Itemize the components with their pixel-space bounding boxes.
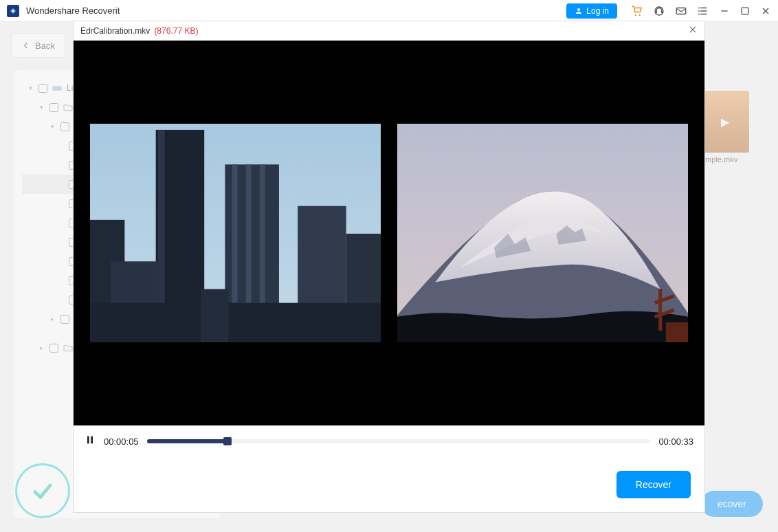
svg-rect-28	[91, 436, 93, 444]
svg-rect-5	[661, 11, 663, 13]
minimize-icon[interactable]	[719, 5, 730, 16]
menu-list-icon[interactable]	[697, 5, 709, 17]
video-frame-left	[90, 124, 381, 342]
support-icon[interactable]	[653, 5, 665, 17]
svg-rect-4	[656, 11, 657, 13]
close-window-icon[interactable]	[760, 5, 771, 16]
svg-point-0	[577, 8, 580, 11]
mail-icon[interactable]	[675, 5, 687, 17]
titlebar: Wondershare Recoverit Log in	[0, 0, 778, 22]
close-icon	[688, 25, 698, 34]
svg-rect-24	[201, 289, 228, 342]
modal-close-button[interactable]	[688, 25, 698, 37]
total-time: 00:00:33	[658, 436, 693, 447]
video-frame-right	[397, 124, 688, 342]
pause-icon	[85, 434, 96, 445]
preview-modal: EdrCalibration.mkv (876.77 KB)	[73, 21, 705, 513]
svg-rect-10	[742, 8, 748, 14]
cart-icon[interactable]	[631, 5, 643, 17]
modal-filename: EdrCalibration.mkv	[80, 26, 150, 36]
user-icon	[575, 7, 583, 15]
svg-point-2	[639, 14, 641, 15]
svg-point-8	[698, 10, 700, 12]
modal-footer: Recover	[74, 457, 704, 512]
progress-bar[interactable]	[147, 439, 651, 443]
svg-point-1	[635, 14, 636, 15]
svg-rect-26	[666, 322, 688, 342]
maximize-icon[interactable]	[740, 5, 751, 16]
progress-fill	[147, 439, 227, 443]
svg-rect-23	[90, 303, 381, 342]
video-preview-area	[74, 41, 704, 425]
login-button[interactable]: Log in	[566, 3, 617, 19]
svg-point-7	[698, 7, 700, 8]
recover-button[interactable]: Recover	[616, 471, 691, 498]
svg-point-9	[698, 13, 700, 14]
svg-rect-27	[87, 436, 89, 444]
progress-handle[interactable]	[223, 437, 232, 445]
player-bar: 00:00:05 00:00:33	[74, 425, 704, 457]
titlebar-actions	[631, 5, 771, 17]
app-logo	[7, 5, 19, 17]
app-title: Wondershare Recoverit	[26, 5, 559, 16]
modal-header: EdrCalibration.mkv (876.77 KB)	[74, 21, 704, 41]
current-time: 00:00:05	[104, 436, 139, 447]
pause-button[interactable]	[85, 434, 96, 448]
login-label: Log in	[586, 6, 609, 16]
modal-filesize: (876.77 KB)	[154, 26, 198, 36]
